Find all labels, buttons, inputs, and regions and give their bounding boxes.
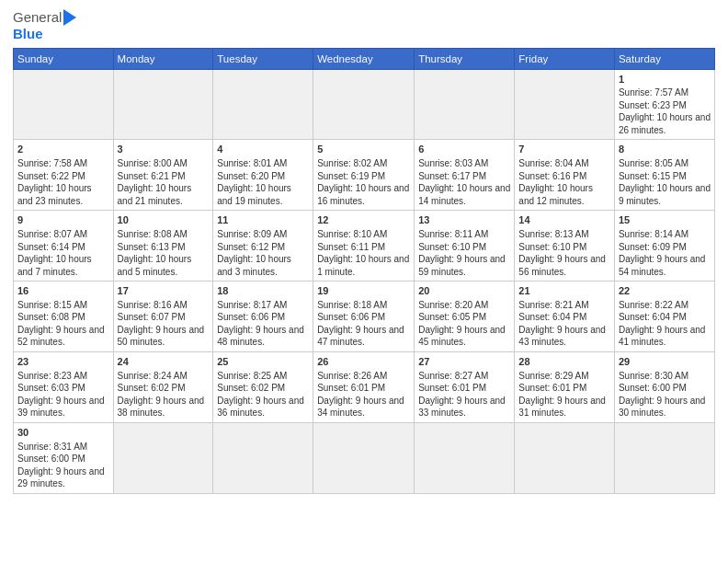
calendar-cell: 7Sunrise: 8:04 AM Sunset: 6:16 PM Daylig… [515,140,615,211]
day-number: 18 [217,284,309,298]
calendar-cell: 25Sunrise: 8:25 AM Sunset: 6:02 PM Dayli… [213,351,313,422]
day-number: 8 [619,143,711,156]
calendar-cell: 4Sunrise: 8:01 AM Sunset: 6:20 PM Daylig… [213,140,313,211]
day-number: 15 [619,213,711,227]
day-info: Sunrise: 8:29 AM Sunset: 6:01 PM Dayligh… [518,371,606,419]
logo: General Blue [13,9,76,42]
day-info: Sunrise: 8:16 AM Sunset: 6:07 PM Dayligh… [118,300,205,348]
day-info: Sunrise: 8:18 AM Sunset: 6:06 PM Dayligh… [317,300,404,348]
calendar-header-tuesday: Tuesday [213,48,313,69]
day-info: Sunrise: 8:07 AM Sunset: 6:14 PM Dayligh… [17,229,92,277]
day-info: Sunrise: 8:04 AM Sunset: 6:16 PM Dayligh… [518,158,593,206]
calendar-cell: 30Sunrise: 8:31 AM Sunset: 6:00 PM Dayli… [14,422,114,493]
calendar-week-3: 16Sunrise: 8:15 AM Sunset: 6:08 PM Dayli… [14,282,715,352]
day-info: Sunrise: 8:21 AM Sunset: 6:04 PM Dayligh… [518,300,606,348]
day-number: 30 [17,426,109,440]
day-info: Sunrise: 8:14 AM Sunset: 6:09 PM Dayligh… [619,229,706,277]
calendar-week-0: 1Sunrise: 7:57 AM Sunset: 6:23 PM Daylig… [14,69,715,140]
calendar-cell [515,422,615,493]
day-number: 13 [418,213,510,227]
day-info: Sunrise: 8:15 AM Sunset: 6:08 PM Dayligh… [17,300,105,348]
calendar-cell: 15Sunrise: 8:14 AM Sunset: 6:09 PM Dayli… [614,211,714,282]
day-info: Sunrise: 8:05 AM Sunset: 6:15 PM Dayligh… [619,158,711,206]
calendar-cell: 18Sunrise: 8:17 AM Sunset: 6:06 PM Dayli… [213,282,313,352]
calendar-cell: 19Sunrise: 8:18 AM Sunset: 6:06 PM Dayli… [313,282,415,352]
calendar-cell: 14Sunrise: 8:13 AM Sunset: 6:10 PM Dayli… [515,211,615,282]
calendar-cell: 6Sunrise: 8:03 AM Sunset: 6:17 PM Daylig… [415,140,515,211]
calendar-week-1: 2Sunrise: 7:58 AM Sunset: 6:22 PM Daylig… [14,140,715,211]
calendar-cell: 9Sunrise: 8:07 AM Sunset: 6:14 PM Daylig… [14,211,114,282]
day-info: Sunrise: 8:13 AM Sunset: 6:10 PM Dayligh… [518,229,606,277]
day-info: Sunrise: 8:20 AM Sunset: 6:05 PM Dayligh… [418,300,506,348]
day-number: 20 [418,284,510,298]
day-info: Sunrise: 8:03 AM Sunset: 6:17 PM Dayligh… [418,158,510,206]
day-number: 29 [619,355,711,369]
day-info: Sunrise: 8:31 AM Sunset: 6:00 PM Dayligh… [17,442,105,489]
day-number: 10 [118,213,210,227]
calendar-header-thursday: Thursday [415,48,515,69]
calendar-header-wednesday: Wednesday [313,48,415,69]
calendar-cell [313,69,415,140]
day-info: Sunrise: 7:57 AM Sunset: 6:23 PM Dayligh… [619,87,711,135]
day-number: 24 [118,355,210,369]
calendar-cell: 13Sunrise: 8:11 AM Sunset: 6:10 PM Dayli… [415,211,515,282]
calendar-cell: 29Sunrise: 8:30 AM Sunset: 6:00 PM Dayli… [614,351,714,422]
calendar-body: 1Sunrise: 7:57 AM Sunset: 6:23 PM Daylig… [14,69,715,493]
calendar-week-2: 9Sunrise: 8:07 AM Sunset: 6:14 PM Daylig… [14,211,715,282]
logo-general: General [13,10,62,26]
header: General Blue [13,9,715,42]
logo-blue: Blue [13,26,43,41]
calendar-cell: 8Sunrise: 8:05 AM Sunset: 6:15 PM Daylig… [614,140,714,211]
calendar-cell: 23Sunrise: 8:23 AM Sunset: 6:03 PM Dayli… [14,351,114,422]
day-number: 3 [118,143,210,156]
page: General Blue SundayMondayTuesdayWednesda… [0,0,728,563]
calendar-week-4: 23Sunrise: 8:23 AM Sunset: 6:03 PM Dayli… [14,351,715,422]
day-number: 27 [418,355,510,369]
calendar-cell: 21Sunrise: 8:21 AM Sunset: 6:04 PM Dayli… [515,282,615,352]
calendar-header-friday: Friday [515,48,615,69]
calendar-header-sunday: Sunday [14,48,114,69]
calendar-cell [313,422,415,493]
day-number: 22 [619,284,711,298]
day-number: 21 [518,284,610,298]
day-info: Sunrise: 8:30 AM Sunset: 6:00 PM Dayligh… [619,371,706,419]
calendar-cell [415,422,515,493]
day-number: 28 [518,355,610,369]
day-info: Sunrise: 8:27 AM Sunset: 6:01 PM Dayligh… [418,371,506,419]
calendar-cell [14,69,114,140]
day-number: 7 [518,143,610,156]
calendar-cell: 11Sunrise: 8:09 AM Sunset: 6:12 PM Dayli… [213,211,313,282]
day-number: 1 [619,73,711,86]
calendar-cell: 27Sunrise: 8:27 AM Sunset: 6:01 PM Dayli… [415,351,515,422]
day-number: 16 [17,284,109,298]
calendar-cell: 28Sunrise: 8:29 AM Sunset: 6:01 PM Dayli… [515,351,615,422]
logo-triangle-icon [63,9,76,26]
calendar-cell [213,69,313,140]
calendar-cell: 3Sunrise: 8:00 AM Sunset: 6:21 PM Daylig… [113,140,213,211]
calendar-cell [213,422,313,493]
calendar-header-monday: Monday [113,48,213,69]
day-info: Sunrise: 8:23 AM Sunset: 6:03 PM Dayligh… [17,371,105,419]
day-info: Sunrise: 8:26 AM Sunset: 6:01 PM Dayligh… [317,371,404,419]
day-info: Sunrise: 8:11 AM Sunset: 6:10 PM Dayligh… [418,229,506,277]
calendar-cell [113,422,213,493]
day-info: Sunrise: 7:58 AM Sunset: 6:22 PM Dayligh… [17,158,92,206]
calendar-header-row: SundayMondayTuesdayWednesdayThursdayFrid… [14,48,715,69]
calendar-cell [415,69,515,140]
day-info: Sunrise: 8:17 AM Sunset: 6:06 PM Dayligh… [217,300,304,348]
calendar-cell [614,422,714,493]
day-info: Sunrise: 8:22 AM Sunset: 6:04 PM Dayligh… [619,300,706,348]
day-number: 14 [518,213,610,227]
calendar-cell: 16Sunrise: 8:15 AM Sunset: 6:08 PM Dayli… [14,282,114,352]
calendar-week-5: 30Sunrise: 8:31 AM Sunset: 6:00 PM Dayli… [14,422,715,493]
day-info: Sunrise: 8:01 AM Sunset: 6:20 PM Dayligh… [217,158,291,206]
day-number: 25 [217,355,309,369]
day-info: Sunrise: 8:08 AM Sunset: 6:13 PM Dayligh… [118,229,192,277]
calendar-cell [113,69,213,140]
calendar-cell: 12Sunrise: 8:10 AM Sunset: 6:11 PM Dayli… [313,211,415,282]
day-number: 11 [217,213,309,227]
day-number: 17 [118,284,210,298]
day-number: 12 [317,213,410,227]
day-number: 4 [217,143,309,156]
day-info: Sunrise: 8:24 AM Sunset: 6:02 PM Dayligh… [118,371,205,419]
